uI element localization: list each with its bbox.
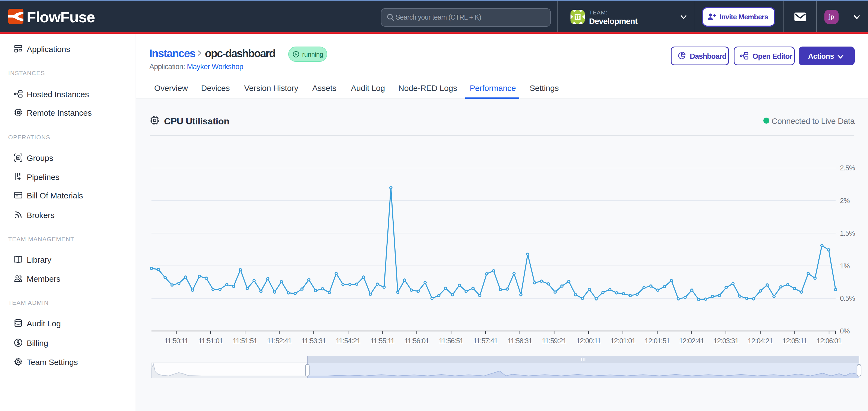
svg-text:11:55:11: 11:55:11 [371,337,395,345]
svg-text:11:54:21: 11:54:21 [336,337,361,345]
svg-text:1.5%: 1.5% [840,230,855,237]
svg-text:11:59:21: 11:59:21 [542,337,566,345]
svg-text:12:04:21: 12:04:21 [748,337,773,345]
svg-text:12:02:41: 12:02:41 [679,337,704,345]
svg-text:11:58:31: 11:58:31 [507,337,532,345]
svg-text:11:50:11: 11:50:11 [164,337,188,345]
svg-text:12:01:01: 12:01:01 [611,337,636,345]
svg-text:2.5%: 2.5% [840,164,855,172]
svg-text:12:00:11: 12:00:11 [576,337,601,345]
svg-text:11:53:31: 11:53:31 [302,337,326,345]
svg-text:11:56:01: 11:56:01 [405,337,429,345]
svg-text:0%: 0% [840,327,849,335]
svg-text:12:03:31: 12:03:31 [714,337,739,345]
svg-text:1%: 1% [840,262,849,270]
svg-text:12:06:01: 12:06:01 [816,337,842,345]
svg-text:11:56:51: 11:56:51 [439,337,463,345]
svg-text:2%: 2% [840,197,849,204]
svg-text:11:52:41: 11:52:41 [267,337,291,345]
svg-text:12:05:11: 12:05:11 [782,337,807,345]
svg-text:11:51:01: 11:51:01 [198,337,223,345]
svg-text:11:51:51: 11:51:51 [232,337,257,345]
svg-text:11:57:41: 11:57:41 [473,337,498,345]
svg-text:0.5%: 0.5% [840,295,855,302]
svg-text:12:01:51: 12:01:51 [645,337,670,345]
